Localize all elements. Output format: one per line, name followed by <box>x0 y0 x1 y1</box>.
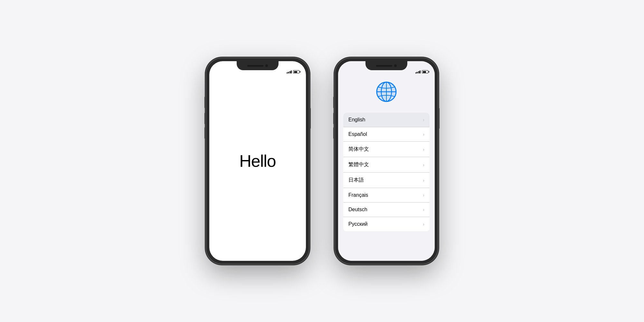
hello-text: Hello <box>239 151 276 171</box>
language-item-japanese[interactable]: 日本語› <box>343 173 430 188</box>
language-label-russian: Русский <box>348 221 367 227</box>
battery-icon-2 <box>422 70 428 73</box>
phone-hello-screen: Hello <box>209 61 306 261</box>
chevron-icon-german: › <box>423 207 424 212</box>
notch <box>237 61 279 70</box>
status-icons-2 <box>415 70 429 73</box>
language-label-traditional-chinese: 繁體中文 <box>348 161 369 168</box>
signal-icon <box>287 71 292 73</box>
language-item-simplified-chinese[interactable]: 简体中文› <box>343 142 430 157</box>
hello-content: Hello <box>209 61 306 261</box>
chevron-icon-english: › <box>423 117 424 122</box>
language-item-german[interactable]: Deutsch› <box>343 203 430 217</box>
chevron-icon-espanol: › <box>423 132 424 137</box>
globe-icon <box>375 80 398 103</box>
language-item-traditional-chinese[interactable]: 繁體中文› <box>343 157 430 173</box>
camera <box>265 64 268 67</box>
language-label-japanese: 日本語 <box>348 177 364 184</box>
chevron-icon-japanese: › <box>423 178 424 183</box>
chevron-icon-french: › <box>423 193 424 198</box>
battery-icon <box>293 70 299 73</box>
phone-language: English›Español›简体中文›繁體中文›日本語›Français›D… <box>335 58 438 264</box>
status-icons <box>287 70 300 73</box>
signal-icon-2 <box>415 71 421 73</box>
notch-2 <box>365 61 407 70</box>
language-item-english[interactable]: English› <box>343 113 430 127</box>
language-label-german: Deutsch <box>348 207 367 213</box>
speaker <box>247 65 263 67</box>
language-label-espanol: Español <box>348 131 367 137</box>
phone-language-screen: English›Español›简体中文›繁體中文›日本語›Français›D… <box>338 61 435 261</box>
phone-hello: Hello <box>206 58 309 264</box>
language-content: English›Español›简体中文›繁體中文›日本語›Français›D… <box>338 61 435 261</box>
speaker-2 <box>376 65 392 67</box>
chevron-icon-russian: › <box>423 222 424 227</box>
language-label-simplified-chinese: 简体中文 <box>348 146 369 153</box>
language-label-french: Français <box>348 192 368 198</box>
language-item-french[interactable]: Français› <box>343 188 430 203</box>
camera-2 <box>394 64 397 67</box>
chevron-icon-traditional-chinese: › <box>423 162 424 167</box>
language-label-english: English <box>348 117 365 123</box>
language-item-espanol[interactable]: Español› <box>343 127 430 142</box>
language-item-russian[interactable]: Русский› <box>343 217 430 231</box>
chevron-icon-simplified-chinese: › <box>423 147 424 152</box>
language-list: English›Español›简体中文›繁體中文›日本語›Français›D… <box>343 113 430 231</box>
